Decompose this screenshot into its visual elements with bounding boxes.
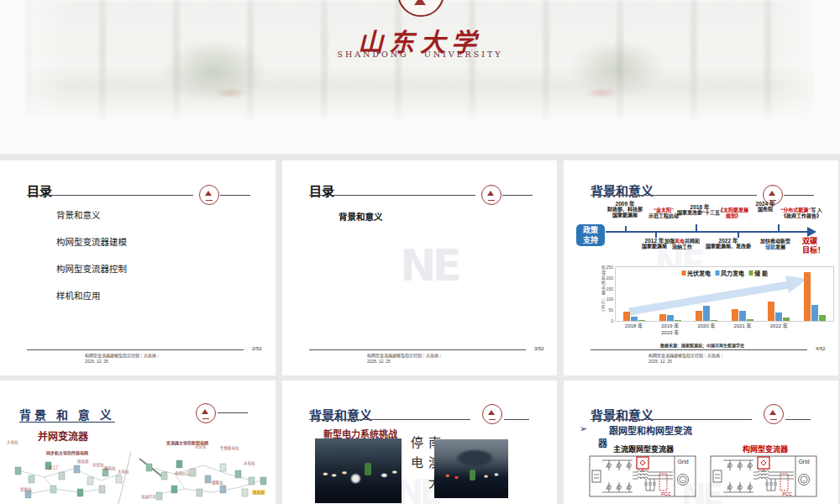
y-axis-label: 新增装机容量（GW）	[601, 265, 606, 324]
footer-rule	[27, 349, 244, 350]
page-title: 背景和意义	[591, 181, 654, 199]
node-label: 大电站	[118, 469, 129, 474]
chart-legend: 光伏发电风力发电储 能	[681, 269, 768, 277]
note-2016: 《太阳能发展 规划》	[716, 207, 751, 219]
bar-储能	[711, 320, 717, 321]
bar-储能	[638, 320, 645, 321]
bar-光伏发电	[768, 302, 774, 321]
slide-title-cover[interactable]: 山东大学 SHANDONG UNIVERSITY	[0, 0, 840, 154]
legend-label: 光伏发电	[687, 269, 711, 277]
bar-风力发电	[811, 305, 818, 321]
slide-grid-converters[interactable]: 背景 和 意 义 并网变流器 同步机主导的传统电网 变流器主导的新型电网 大电站…	[0, 381, 276, 504]
header-rule-right	[218, 412, 248, 413]
x-tick-label: 2018 年	[625, 323, 643, 330]
footer-date: 2025. 12. 25	[85, 359, 160, 365]
legend-label: 风力发电	[721, 269, 744, 277]
toc-list: 背景和意义 构网型变流器建模 构网型变流器控制 样机和应用	[56, 208, 127, 316]
node-label: 储电站	[104, 465, 116, 470]
footer-rule	[309, 349, 526, 350]
legend-item: 储 能	[748, 269, 768, 277]
blackout-photo-right	[434, 439, 508, 498]
building-block	[116, 475, 122, 483]
timeline-tick	[738, 231, 739, 238]
policy-box-line1: 政策	[576, 225, 605, 235]
section-subtitle: 并网变流器	[38, 428, 88, 443]
footer-deck-title: 构网型变流器建模及稳定控制｜方旌扬｜	[367, 353, 443, 359]
legend-swatch-icon	[748, 270, 753, 276]
footer-text: 构网型变流器建模及稳定控制｜方旌扬｜ 2025. 12. 25	[367, 353, 443, 364]
x-tick-label: 2021 年	[734, 323, 752, 330]
photo-fade-overlay	[0, 0, 840, 134]
header-rule-right	[502, 195, 533, 196]
bullet-text-line2: 器	[598, 436, 607, 449]
toc-item: 构网型变流器控制	[56, 262, 127, 275]
node-label: 电动公交	[175, 470, 190, 475]
page-title: 背景和意义	[309, 406, 372, 423]
building-block	[161, 472, 167, 480]
slide-converter-types[interactable]: NE 背景和意义 ➢ 跟网型和构网型变流 器 主流跟网型变流器 构网型变流器	[564, 381, 838, 504]
slide-system-challenges[interactable]: NE 背景和意义 新型电力系统挑战 南澳大停电	[282, 381, 557, 504]
footer-deck-title: 构网型变流器建模及稳定控制｜方旌扬｜	[85, 353, 160, 359]
footer-text: 构网型变流器建模及稳定控制｜方旌扬｜ 2025. 12. 25	[648, 353, 724, 364]
building-block	[176, 460, 182, 468]
y-tick-label: 100	[606, 297, 613, 302]
bar-光伏发电	[659, 314, 666, 321]
building-block	[220, 486, 226, 493]
building-block	[15, 467, 21, 475]
bar-风力发电	[775, 312, 782, 321]
bar-光伏发电	[623, 312, 630, 321]
legend-item: 风力发电	[715, 269, 744, 277]
building-block	[249, 477, 255, 485]
bar-光伏发电	[732, 309, 738, 321]
note-2012: 加强风电并网和 消纳工作	[664, 239, 701, 250]
building-block	[87, 477, 93, 485]
toc-item-active: 背景和意义	[339, 210, 383, 223]
bullet-arrow-icon: ➢	[580, 423, 587, 434]
slide-toc-section[interactable]: NE 目录 背景和意义 3/52 构网型变流器建模及稳定控制｜方旌扬｜ 2025…	[282, 160, 557, 375]
building-block	[242, 489, 248, 496]
gfm-circuit-diagram	[710, 454, 817, 500]
bar-group	[732, 309, 753, 321]
policy-support-box: 政策 支持	[576, 224, 605, 246]
gfl-circuit-diagram	[589, 454, 696, 500]
header-rule	[591, 195, 757, 196]
footer-rule	[591, 349, 807, 350]
building-block	[171, 486, 177, 493]
bar-储能	[819, 315, 826, 321]
bar-group	[696, 306, 717, 321]
node-label: 风电场	[77, 459, 89, 464]
header-rule-right	[504, 419, 529, 420]
building-block	[205, 475, 211, 483]
note-2022: 加快推动新型 储能发展	[756, 239, 795, 250]
timeline-tick	[778, 224, 780, 231]
building-block	[29, 475, 34, 483]
node-label: 光伏站	[195, 444, 207, 449]
dual-carbon-goal: 双碳 目标！	[802, 237, 825, 255]
header-rule-right	[220, 195, 250, 196]
building-block	[220, 464, 226, 471]
footer-text: 构网型变流器建模及稳定控制｜方旌扬｜ 2025. 12. 25	[85, 353, 160, 364]
capacity-bar-chart: 新增装机容量（GW） 光伏发电风力发电储 能 05010015020025020…	[615, 266, 834, 322]
page-number: 2/52	[252, 346, 262, 351]
slide-policy-background[interactable]: NE 背景和意义 政策 支持 2009 年 财政部、科技部 国家能源局 “金太阳…	[564, 160, 838, 375]
header-rule-right	[785, 419, 811, 420]
bullet-text-line1: 跟网型和构网型变流	[609, 423, 692, 437]
note-2024: “分布式能源”写 入 《政府工作报告》	[778, 207, 825, 219]
x-tick-label: 2022 年	[770, 323, 788, 330]
slide-sorter-page: 山东大学 SHANDONG UNIVERSITY 目录 背景和意义 构网型变流器…	[0, 0, 840, 504]
page-number: 4/52	[816, 346, 826, 351]
building-block	[156, 492, 162, 500]
toc-item: 样机和应用	[56, 289, 127, 302]
page-title: 目录	[309, 181, 334, 199]
bar-group	[804, 272, 826, 321]
blackout-photo-left	[315, 438, 402, 503]
footer-date: 2025. 12. 25	[648, 359, 724, 365]
node-label: 储能站	[212, 480, 223, 485]
milestone-2024: 2024 年 国务院	[752, 201, 779, 213]
bar-风力发电	[703, 306, 710, 321]
slide-toc[interactable]: 目录 背景和意义 构网型变流器建模 构网型变流器控制 样机和应用 2/52 构网…	[0, 160, 276, 375]
header-rule	[591, 419, 752, 420]
toc-item: 背景和意义	[56, 208, 127, 221]
y-tick-label: 150	[606, 286, 613, 291]
policy-box-line2: 支持	[576, 235, 605, 245]
